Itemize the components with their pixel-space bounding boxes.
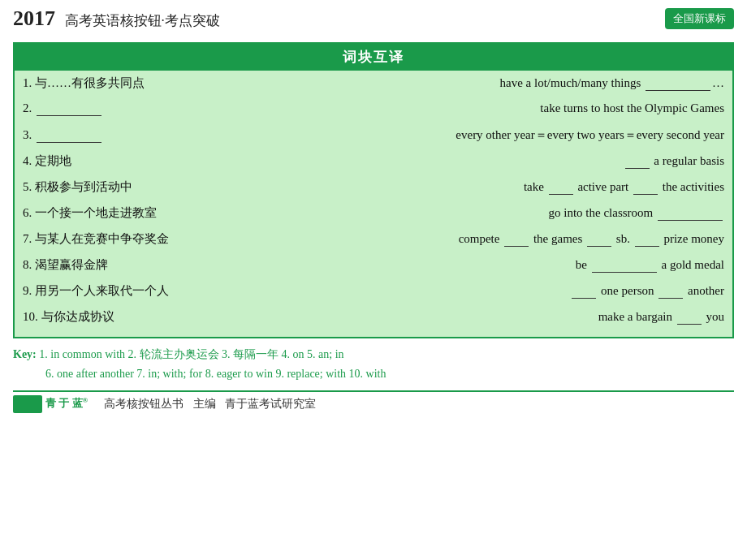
item-right: go into the classroom: [283, 206, 724, 221]
blank: [625, 154, 650, 169]
item-left: 4. 定期地: [23, 153, 283, 169]
item-chinese: 积极参与到活动中: [35, 180, 132, 193]
year-label: 2017: [13, 6, 55, 30]
table-row: 2. take turns to host the Olympic Games: [23, 98, 724, 124]
blank: [635, 232, 659, 247]
item-chinese: 与某人在竞赛中争夺奖金: [35, 232, 169, 245]
key-label: Key:: [13, 348, 37, 360]
item-right: take turns to host the Olympic Games: [283, 101, 724, 115]
logo-icon: [13, 395, 42, 413]
item-left: 8. 渴望赢得金牌: [23, 257, 283, 273]
key-line2: 6. one after another 7. in; with; for 8.…: [45, 368, 386, 380]
item-right: be a gold medal: [283, 258, 724, 273]
item-right: a regular basis: [283, 154, 724, 169]
key-line1: 1. in common with 2. 轮流主办奥运会 3. 每隔一年 4. …: [39, 348, 343, 360]
footer-text: 高考核按钮丛书 主编 青于蓝考试研究室: [104, 397, 322, 411]
items-area: 1. 与……有很多共同点 have a lot/much/many things…: [15, 71, 732, 337]
blank: [37, 128, 101, 143]
edition-badge: 全国新课标: [665, 8, 734, 29]
item-chinese: 与你达成协议: [41, 310, 114, 323]
table-row: 10. 与你达成协议 make a bargain you: [23, 306, 724, 332]
blank: [37, 101, 101, 116]
item-left: 3.: [23, 128, 283, 143]
item-num: 8.: [23, 258, 35, 271]
item-right: every other year＝every two years＝every s…: [283, 127, 724, 143]
editor-label: 主编: [193, 398, 216, 410]
blank: [677, 310, 702, 325]
item-left: 6. 一个接一个地走进教室: [23, 205, 283, 221]
table-row: 3. every other year＝every two years＝ever…: [23, 124, 724, 150]
item-left: 7. 与某人在竞赛中争夺奖金: [23, 231, 283, 247]
blank: [572, 284, 596, 299]
item-left: 5. 积极参与到活动中: [23, 179, 283, 195]
table-row: 4. 定期地 a regular basis: [23, 150, 724, 176]
subtitle-label: 高考英语核按钮·考点突破: [65, 13, 220, 28]
item-num: 5.: [23, 180, 35, 193]
footer: 青 于 蓝® 高考核按钮丛书 主编 青于蓝考试研究室: [13, 390, 734, 413]
item-left: 2.: [23, 101, 283, 116]
org-label: 青于蓝考试研究室: [225, 398, 316, 410]
table-row: 6. 一个接一个地走进教室 go into the classroom: [23, 202, 724, 228]
item-chinese: 渴望赢得金牌: [35, 258, 108, 271]
item-right: have a lot/much/many things …: [283, 76, 724, 91]
blank: [587, 232, 611, 247]
item-chinese: 用另一个人来取代一个人: [35, 284, 169, 297]
item-num: 3.: [23, 128, 35, 141]
blank: [504, 232, 529, 247]
table-row: 9. 用另一个人来取代一个人 one person another: [23, 280, 724, 306]
item-num: 2.: [23, 101, 35, 114]
key-section: Key: 1. in common with 2. 轮流主办奥运会 3. 每隔一…: [13, 345, 734, 384]
blank: [633, 180, 658, 195]
item-num: 4.: [23, 154, 35, 167]
item-right: one person another: [283, 284, 724, 299]
item-right: compete the games sb. prize money: [283, 232, 724, 247]
item-right: make a bargain you: [283, 310, 724, 325]
item-right: take active part the activities: [283, 180, 724, 195]
item-chinese: 定期地: [35, 154, 71, 167]
item-num: 1.: [23, 76, 35, 89]
logo-text: 青 于 蓝®: [45, 396, 88, 411]
table-row: 8. 渴望赢得金牌 be a gold medal: [23, 254, 724, 280]
logo-area: 青 于 蓝®: [13, 395, 88, 413]
blank: [658, 206, 723, 221]
table-row: 5. 积极参与到活动中 take active part the activit…: [23, 176, 724, 202]
blank: [658, 284, 683, 299]
blank: [646, 76, 710, 91]
item-chinese: 与……有很多共同点: [35, 76, 145, 89]
item-num: 10.: [23, 310, 41, 323]
header-title: 2017 高考英语核按钮·考点突破: [13, 6, 220, 31]
content-box: 词块互译 1. 与……有很多共同点 have a lot/much/many t…: [13, 42, 734, 338]
series-label: 高考核按钮丛书: [104, 398, 184, 410]
table-row: 1. 与……有很多共同点 have a lot/much/many things…: [23, 72, 724, 98]
item-num: 6.: [23, 206, 35, 219]
item-left: 10. 与你达成协议: [23, 309, 283, 325]
item-num: 7.: [23, 232, 35, 245]
item-left: 9. 用另一个人来取代一个人: [23, 283, 283, 299]
blank: [592, 258, 657, 273]
item-chinese: 一个接一个地走进教室: [35, 206, 157, 219]
table-row: 7. 与某人在竞赛中争夺奖金 compete the games sb. pri…: [23, 228, 724, 254]
item-num: 9.: [23, 284, 35, 297]
section-title: 词块互译: [15, 44, 732, 71]
header: 2017 高考英语核按钮·考点突破 全国新课标: [0, 0, 747, 37]
item-left: 1. 与……有很多共同点: [23, 75, 283, 91]
blank: [549, 180, 573, 195]
